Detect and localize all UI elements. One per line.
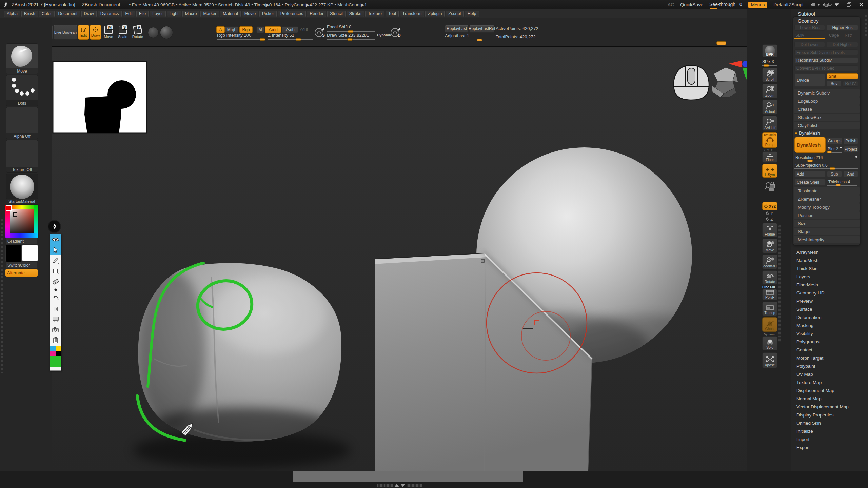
draw-button[interactable]: Draw — [90, 25, 101, 40]
resolution-slider[interactable]: Resolution 216 — [795, 155, 823, 160]
eye-tool-button[interactable] — [50, 234, 61, 245]
rotate3d-button[interactable]: Rotate — [762, 270, 777, 285]
menu-item-marker[interactable]: Marker — [200, 11, 219, 17]
menu-item-texture[interactable]: Texture — [365, 11, 384, 17]
rgb-intensity-slider[interactable]: Rgb Intensity 100 — [217, 33, 265, 40]
groups-button[interactable]: Groups — [827, 138, 842, 144]
resolution-handle[interactable] — [807, 160, 813, 162]
thickness-handle[interactable] — [836, 184, 841, 186]
menu-item-draw[interactable]: Draw — [81, 11, 97, 17]
collapse-bars-icon[interactable] — [810, 2, 816, 7]
dynamesh-section-header[interactable]: DynaMesh — [795, 130, 820, 136]
menus-button[interactable]: Menus — [748, 2, 768, 8]
rotate-y-button[interactable]: Y — [766, 211, 773, 216]
xpose-button[interactable]: Xpose — [762, 352, 777, 368]
persp-button[interactable]: Dynamic Persp — [762, 132, 777, 148]
dynamesh-button[interactable]: DynaMesh — [794, 137, 826, 153]
focal-shift-handle[interactable] — [348, 30, 353, 33]
palette-section-vector-displacement-map[interactable]: Vector Displacement Map — [791, 403, 866, 411]
menu-item-file[interactable]: File — [136, 11, 149, 17]
zoom3d-button[interactable]: Zoom3D — [762, 255, 777, 269]
rotate-button[interactable]: R Rotate — [131, 25, 145, 39]
palette-section-display-properties[interactable]: Display Properties — [791, 411, 866, 419]
subtool-section[interactable]: Subtool — [798, 11, 815, 17]
adjust-last-handle[interactable] — [477, 39, 482, 41]
adjust-last-slider[interactable]: AdjustLast 1 — [445, 33, 492, 40]
texture-slot[interactable]: Texture Off — [6, 140, 38, 173]
add-button[interactable]: Add — [794, 171, 826, 177]
palette-section-preview[interactable]: Preview — [791, 297, 866, 305]
menu-item-alpha[interactable]: Alpha — [4, 11, 20, 17]
lsym-button[interactable]: L.Sym — [762, 164, 777, 178]
higher-res-button[interactable]: Higher Res — [827, 25, 858, 30]
sdiv-slider-label[interactable]: SDiv — [795, 33, 804, 38]
eraser-tool-button[interactable] — [50, 276, 61, 287]
section-dynamic-subdiv[interactable]: Dynamic Subdiv — [794, 89, 860, 97]
move3d-button[interactable]: Move — [762, 239, 777, 253]
menu-item-tool[interactable]: Tool — [386, 11, 399, 17]
section-meshintegrity[interactable]: MeshIntegrity — [794, 236, 860, 243]
create-shell-button[interactable]: Create Shell — [794, 179, 826, 185]
ghost-button[interactable]: Ghost — [762, 317, 777, 332]
menu-item-preferences[interactable]: Preferences — [278, 11, 306, 17]
secondary-color-swatch[interactable] — [22, 245, 38, 261]
mrgb-button[interactable]: Mrgb — [225, 26, 238, 33]
left-tray-resize-strip[interactable] — [1, 217, 3, 373]
palette-section-fibermesh[interactable]: FiberMesh — [791, 281, 866, 289]
smt-button[interactable]: Smt — [827, 73, 858, 79]
menu-item-picker[interactable]: Picker — [259, 11, 277, 17]
menu-item-stroke[interactable]: Stroke — [347, 11, 364, 17]
draw-size-slider[interactable]: Draw Size 233.82281 — [327, 33, 375, 40]
default-zscript-button[interactable]: DefaultZScript — [773, 2, 804, 7]
menu-item-help[interactable]: Help — [465, 11, 479, 17]
dock-windows-icon[interactable] — [822, 2, 828, 7]
sub-button[interactable]: Sub — [827, 171, 842, 177]
document-canvas[interactable] — [52, 46, 748, 471]
section-stager[interactable]: Stager — [794, 228, 860, 235]
live-boolean-button[interactable]: Live Boolean — [54, 25, 77, 40]
m-button[interactable]: M — [256, 26, 264, 33]
floor-button[interactable]: Floor — [762, 151, 777, 163]
palette-section-unified-skin[interactable]: Unified Skin — [791, 419, 866, 427]
scale-button[interactable]: S Scale — [116, 25, 129, 39]
lower-res-button[interactable]: Lower Res — [794, 25, 825, 30]
menu-item-light[interactable]: Light — [167, 11, 181, 17]
del-higher-button[interactable]: Del Higher — [827, 42, 858, 47]
quicksave-button[interactable]: QuickSave — [680, 2, 703, 7]
blur-slider[interactable]: Blur 2 — [828, 147, 838, 151]
divide-button[interactable]: Divide — [794, 73, 825, 87]
gxyz-button[interactable]: XYZ — [762, 202, 777, 210]
edit-button[interactable]: Edit — [78, 25, 89, 40]
section-size[interactable]: Size — [794, 220, 860, 227]
draw-size-handle[interactable] — [347, 38, 353, 41]
focal-shift-slider[interactable]: Focal Shift 0 — [327, 24, 375, 32]
bpr-button[interactable]: BPR — [762, 44, 777, 57]
z-intensity-slider[interactable]: Z Intensity 51 — [268, 33, 313, 40]
section-tessimate[interactable]: Tessimate — [794, 187, 860, 195]
spix-handle[interactable] — [764, 64, 769, 67]
brush-preview-icon[interactable] — [148, 27, 159, 38]
palette-section-deformation[interactable]: Deformation — [791, 313, 866, 321]
frame-button[interactable]: Frame — [762, 223, 777, 237]
palette-section-displacement-map[interactable]: Displacement Map — [791, 386, 866, 394]
palette-section-export[interactable]: Export — [791, 443, 866, 451]
alternate-button[interactable]: Alternate — [5, 269, 38, 277]
dot-stroke-icon[interactable]: D — [390, 26, 401, 39]
palette-section-uv-map[interactable]: UV Map — [791, 370, 866, 378]
cursor-tool-button[interactable] — [50, 245, 61, 255]
main-color-swatch[interactable] — [5, 245, 22, 262]
zsub-button[interactable]: Zsub — [282, 26, 298, 33]
rectangle-tool-button[interactable] — [50, 266, 61, 276]
and-button[interactable]: And — [843, 171, 858, 177]
menu-item-document[interactable]: Document — [56, 11, 80, 17]
aahalf-button[interactable]: AAHalf — [762, 116, 777, 131]
palette-section-polygroups[interactable]: Polygroups — [791, 338, 866, 346]
menu-item-layer[interactable]: Layer — [150, 11, 165, 17]
project-button[interactable]: Project — [844, 146, 858, 153]
palette-section-geometry-hd[interactable]: Geometry HD — [791, 289, 866, 297]
scrollbar-grip-left[interactable] — [377, 484, 393, 487]
tray-close-arrow-icon[interactable] — [400, 484, 405, 487]
menu-item-transform[interactable]: Transform — [400, 11, 425, 17]
reconstruct-subdiv-button[interactable]: Reconstruct Subdiv — [794, 57, 858, 63]
palette-section-morph-target[interactable]: Morph Target — [791, 354, 866, 362]
